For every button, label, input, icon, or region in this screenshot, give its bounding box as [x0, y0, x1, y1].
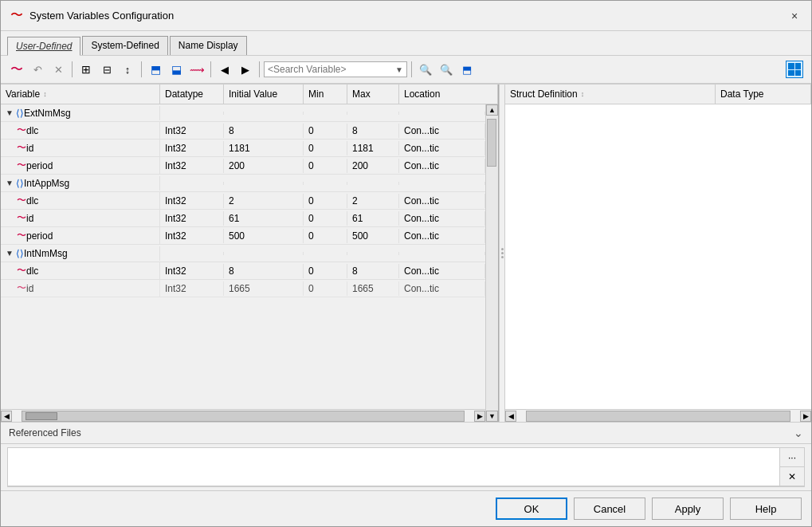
toolbar-btn-grid[interactable]: ⊞ — [76, 60, 96, 79]
col-header-max[interactable]: Max — [347, 85, 399, 104]
col-datatype-label: Datatype — [165, 88, 203, 100]
table-row[interactable]: 〜 id Int32 1181 0 1181 Con...tic — [1, 140, 485, 157]
title-bar-left: 〜 System Variables Configuration — [10, 7, 174, 24]
col-header-struct[interactable]: Struct Definition ↕ — [505, 85, 716, 104]
title-bar: 〜 System Variables Configuration × — [1, 1, 811, 31]
col-header-min[interactable]: Min — [304, 85, 347, 104]
table-row[interactable]: 〜 period Int32 500 0 500 Con...tic — [1, 227, 485, 245]
row-min — [304, 182, 347, 185]
toolbar-btn-search-prev[interactable]: 🔍 — [416, 60, 435, 79]
expand-icon[interactable]: ▼ — [6, 179, 14, 187]
col-header-location[interactable]: Location — [399, 85, 498, 104]
ref-files-header[interactable]: Referenced Files ⌄ — [1, 423, 811, 444]
col-variable-label: Variable — [6, 88, 40, 100]
cancel-button[interactable]: Cancel — [574, 498, 645, 520]
search-dropdown-btn[interactable]: ▼ — [394, 65, 403, 74]
row-max: 1665 — [347, 281, 399, 296]
left-scrollbar-y[interactable]: ▲ ▼ — [485, 104, 498, 422]
table-row[interactable]: 〜 id Int32 61 0 61 Con...tic — [1, 210, 485, 227]
table-row[interactable]: ▼ ⟨⟩ IntAppMsg — [1, 175, 485, 192]
help-button[interactable]: Help — [730, 498, 802, 520]
var-icon: 〜 — [17, 281, 26, 295]
tab-system-defined[interactable]: System-Defined — [82, 36, 167, 55]
table-row[interactable]: 〜 dlc Int32 8 0 8 Con...tic — [1, 122, 485, 140]
table-row[interactable]: 〜 period Int32 200 0 200 Con...tic — [1, 157, 485, 175]
expand-icon[interactable]: ▼ — [6, 108, 14, 117]
left-scrollbar-x[interactable]: ◀ ▶ — [1, 409, 485, 422]
toolbar-btn-delete[interactable]: ✕ — [49, 60, 68, 79]
toolbar-btn-search-next[interactable]: 🔍 — [437, 60, 456, 79]
col-header-initial[interactable]: Initial Value — [224, 85, 304, 104]
scroll-right-btn[interactable]: ▶ — [474, 411, 485, 422]
apply-button[interactable]: Apply — [652, 498, 724, 520]
table-row[interactable]: 〜 dlc Int32 2 0 2 Con...tic — [1, 192, 485, 210]
toolbar-btn-forward[interactable]: ▶ — [236, 60, 255, 79]
var-name: period — [26, 160, 53, 171]
scroll-up-btn[interactable]: ▲ — [486, 104, 498, 116]
col-header-dtype[interactable]: Data Type — [716, 85, 811, 104]
tab-name-display[interactable]: Name Display — [170, 36, 247, 55]
table-row[interactable]: 〜 id Int32 1665 0 1665 Con...tic — [1, 280, 485, 297]
toolbar-btn-export[interactable]: ⬓ — [167, 60, 186, 79]
tab-user-defined[interactable]: User-Defined — [7, 37, 80, 56]
row-variable: 〜 id — [1, 280, 160, 297]
ref-files-clear-btn[interactable]: ✕ — [780, 467, 804, 486]
row-max — [347, 182, 399, 185]
toolbar-btn-sort[interactable]: ↕ — [118, 60, 137, 79]
ref-files-browse-btn[interactable]: ··· — [780, 448, 804, 467]
left-table-scroll[interactable]: ▼ ⟨⟩ ExtNmMsg — [1, 104, 485, 409]
row-initial: 200 — [224, 159, 304, 173]
toolbar-btn-connector[interactable]: ⟿ — [187, 60, 206, 79]
row-variable: 〜 period — [1, 157, 160, 174]
var-icon: 〜 — [17, 194, 26, 207]
right-scroll-left[interactable]: ◀ — [505, 411, 516, 422]
column-divider[interactable] — [499, 85, 505, 422]
row-min: 0 — [304, 141, 347, 155]
row-datatype: Int32 — [160, 281, 224, 296]
search-input[interactable] — [268, 64, 394, 75]
row-max: 500 — [347, 229, 399, 243]
row-location: Con...tic — [399, 124, 485, 138]
scrollbar-x-thumb[interactable] — [25, 412, 57, 420]
scrollbar-x-track[interactable] — [22, 411, 465, 422]
table-row[interactable]: ▼ ⟨⟩ ExtNmMsg — [1, 104, 485, 122]
row-location: Con...tic — [399, 211, 485, 226]
row-variable: 〜 period — [1, 227, 160, 244]
col-header-datatype[interactable]: Datatype — [160, 85, 224, 104]
toolbar-btn-wave[interactable]: 〜 — [7, 60, 26, 79]
row-min: 0 — [304, 264, 347, 278]
row-datatype: Int32 — [160, 264, 224, 278]
toolbar-btn-back[interactable]: ◀ — [215, 60, 234, 79]
ref-files-expand-icon[interactable]: ⌄ — [794, 427, 803, 439]
toolbar-btn-export2[interactable]: ⬒ — [457, 60, 477, 79]
scroll-thumb[interactable] — [487, 119, 496, 167]
group-icon: ⟨⟩ — [16, 178, 24, 189]
ok-button[interactable]: OK — [496, 498, 567, 520]
var-icon: 〜 — [17, 229, 26, 242]
right-scrollbar-x[interactable]: ◀ ▶ — [505, 409, 811, 422]
scroll-left-btn[interactable]: ◀ — [1, 411, 12, 422]
toolbar-btn-filter[interactable]: ⊟ — [97, 60, 116, 79]
toolbar-btn-import[interactable]: ⬒ — [146, 60, 165, 79]
search-box: ▼ — [264, 61, 407, 77]
row-min: 0 — [304, 281, 347, 296]
right-scroll-right[interactable]: ▶ — [800, 411, 811, 422]
row-datatype: Int32 — [160, 159, 224, 173]
col-header-variable[interactable]: Variable ↕ — [1, 85, 160, 104]
table-row[interactable]: 〜 dlc Int32 8 0 8 Con...tic — [1, 262, 485, 280]
scroll-down-btn[interactable]: ▼ — [486, 411, 498, 422]
close-button[interactable]: × — [787, 9, 802, 23]
row-initial — [224, 182, 304, 185]
grid-view-toggle[interactable] — [784, 59, 805, 80]
table-row[interactable]: ▼ ⟨⟩ IntNmMsg — [1, 245, 485, 262]
expand-icon[interactable]: ▼ — [6, 249, 14, 258]
scroll-track[interactable] — [486, 116, 498, 411]
row-datatype: Int32 — [160, 141, 224, 155]
ref-files-input[interactable] — [7, 447, 780, 486]
var-name: id — [26, 143, 33, 154]
toolbar-btn-undo[interactable]: ↶ — [28, 60, 47, 79]
toolbar-sep-1 — [72, 61, 73, 77]
col-min-label: Min — [308, 88, 324, 100]
right-scroll-thumb[interactable] — [526, 411, 790, 422]
row-variable: 〜 id — [1, 140, 160, 156]
